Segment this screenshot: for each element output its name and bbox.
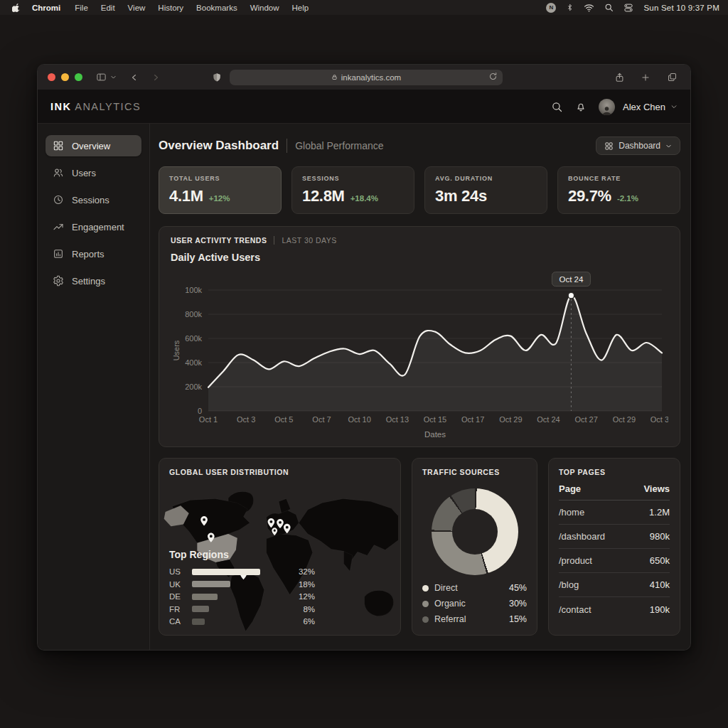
y-tick-label: 400k xyxy=(185,358,202,367)
page-row-blog: /blog410k xyxy=(559,573,670,597)
stat-label: BOUNCE RATE xyxy=(568,175,670,182)
page-row-dashboard: /dashboard980k xyxy=(559,525,670,549)
grid-icon xyxy=(53,140,64,151)
sidebar-item-label: Settings xyxy=(72,276,105,287)
dashboard-view-label: Dashboard xyxy=(619,141,660,151)
sidebar-item-reports[interactable]: Reports xyxy=(46,243,141,264)
clock-icon xyxy=(53,194,64,205)
trend-up-icon xyxy=(53,221,64,232)
page-path: /home xyxy=(559,507,584,518)
traffic-sources-card: TRAFFIC SOURCES Direct45%Organic30%Refer… xyxy=(412,458,537,636)
stat-delta: -2.1% xyxy=(617,194,638,203)
traffic-card-title: TRAFFIC SOURCES xyxy=(422,468,527,476)
area-fill xyxy=(208,296,662,411)
back-button[interactable] xyxy=(126,69,143,86)
page-row-contact: /contact190k xyxy=(559,597,670,621)
stat-label: AVG. DURATION xyxy=(435,175,537,182)
region-bar xyxy=(192,606,209,612)
region-bar xyxy=(192,581,230,587)
menu-item-file[interactable]: File xyxy=(68,4,95,12)
menu-item-help[interactable]: Help xyxy=(286,4,316,12)
minimize-window-button[interactable] xyxy=(61,73,69,81)
svg-text:Oct 24: Oct 24 xyxy=(559,275,583,284)
legend-value: 15% xyxy=(509,614,527,624)
sidebar-item-overview[interactable]: Overview xyxy=(46,135,141,156)
dashboard-view-button[interactable]: Dashboard xyxy=(596,136,680,155)
avatar[interactable] xyxy=(599,99,615,115)
privacy-shield-icon[interactable] xyxy=(208,69,225,86)
y-tick-label: 800k xyxy=(185,310,202,318)
x-tick-label: Oct 31 xyxy=(651,415,668,424)
traffic-legend: Direct45%Organic30%Referral15% xyxy=(422,580,527,627)
forward-button[interactable] xyxy=(147,69,164,86)
page-views: 980k xyxy=(650,531,670,542)
section-divider xyxy=(274,236,274,245)
sidebar-item-label: Users xyxy=(72,168,96,178)
stat-value: 3m 24s xyxy=(435,187,487,205)
sidebar-item-settings[interactable]: Settings xyxy=(46,270,141,291)
sidebar-item-engagement[interactable]: Engagement xyxy=(46,216,141,237)
user-chevron-down-icon[interactable] xyxy=(670,103,678,110)
sidebar-item-users[interactable]: Users xyxy=(46,162,141,183)
page-row-home: /home1.2M xyxy=(559,500,670,525)
menu-item-edit[interactable]: Edit xyxy=(95,4,122,12)
apple-logo-icon[interactable] xyxy=(9,2,24,13)
sidebar-item-label: Engagement xyxy=(72,222,124,232)
stat-label: TOTAL USERS xyxy=(169,175,271,182)
dashboard-grid-icon xyxy=(604,141,614,151)
notifications-bell-icon[interactable] xyxy=(575,101,587,113)
region-row-uk: UK18% xyxy=(169,578,315,591)
traffic-donut-chart xyxy=(432,488,518,575)
region-bar xyxy=(192,569,260,575)
region-code: DE xyxy=(169,592,188,601)
menu-item-bookmarks[interactable]: Bookmarks xyxy=(190,4,244,12)
close-window-button[interactable] xyxy=(48,73,55,81)
legend-row-direct: Direct45% xyxy=(422,580,527,596)
address-bar[interactable]: inkanalytics.com xyxy=(230,70,503,85)
macos-menu-bar: Chromi FileEditViewHistoryBookmarksWindo… xyxy=(0,0,728,15)
legend-value: 45% xyxy=(509,583,527,593)
sidebar-chevron-icon[interactable] xyxy=(107,69,119,86)
bluetooth-icon[interactable] xyxy=(566,3,574,12)
new-tab-icon[interactable] xyxy=(637,69,654,86)
menu-app-name[interactable]: Chromi xyxy=(26,4,67,12)
region-bar xyxy=(192,594,218,600)
top-regions-title: Top Regions xyxy=(169,549,315,560)
zoom-window-button[interactable] xyxy=(75,73,82,81)
pages-card-title: TOP PAGES xyxy=(559,468,670,476)
donut-hole xyxy=(452,509,498,555)
pages-col-page: Page xyxy=(559,483,581,494)
share-icon[interactable] xyxy=(611,69,628,86)
menu-item-history[interactable]: History xyxy=(151,4,190,12)
page-row-product: /product650k xyxy=(559,549,670,573)
legend-value: 30% xyxy=(509,599,527,609)
x-tick-label: Oct 13 xyxy=(386,415,409,424)
users-icon xyxy=(53,167,64,178)
page-views: 650k xyxy=(650,555,670,566)
menu-item-window[interactable]: Window xyxy=(244,4,286,12)
legend-label: Direct xyxy=(434,583,458,593)
url-text: inkanalytics.com xyxy=(341,73,401,82)
stat-delta: +18.4% xyxy=(350,194,378,203)
menu-item-view[interactable]: View xyxy=(122,4,152,12)
tab-overview-icon[interactable] xyxy=(663,69,680,86)
search-icon[interactable] xyxy=(551,101,563,113)
menu-clock[interactable]: Sun Set 10 9:37 PM xyxy=(643,4,719,12)
spotlight-search-icon[interactable] xyxy=(604,3,614,12)
x-tick-label: Oct 17 xyxy=(461,415,484,424)
peak-marker-dot xyxy=(568,292,574,299)
legend-row-referral: Referral15% xyxy=(422,611,527,627)
wifi-icon[interactable] xyxy=(584,4,594,12)
y-tick-label: 0 xyxy=(198,407,202,415)
sidebar-item-sessions[interactable]: Sessions xyxy=(46,189,141,210)
region-pct: 32% xyxy=(267,567,315,576)
page-subtitle: Global Performance xyxy=(295,140,384,151)
user-name[interactable]: Alex Chen xyxy=(623,102,665,112)
legend-label: Organic xyxy=(434,599,466,609)
top-pages-card: TOP PAGES Page Views /home1.2M/dashboard… xyxy=(548,458,680,636)
browser-toolbar: inkanalytics.com xyxy=(38,65,690,90)
control-center-icon[interactable] xyxy=(623,4,633,12)
status-letter-icon[interactable]: N xyxy=(546,3,556,13)
gear-icon xyxy=(53,275,64,287)
reload-icon[interactable] xyxy=(488,72,498,81)
